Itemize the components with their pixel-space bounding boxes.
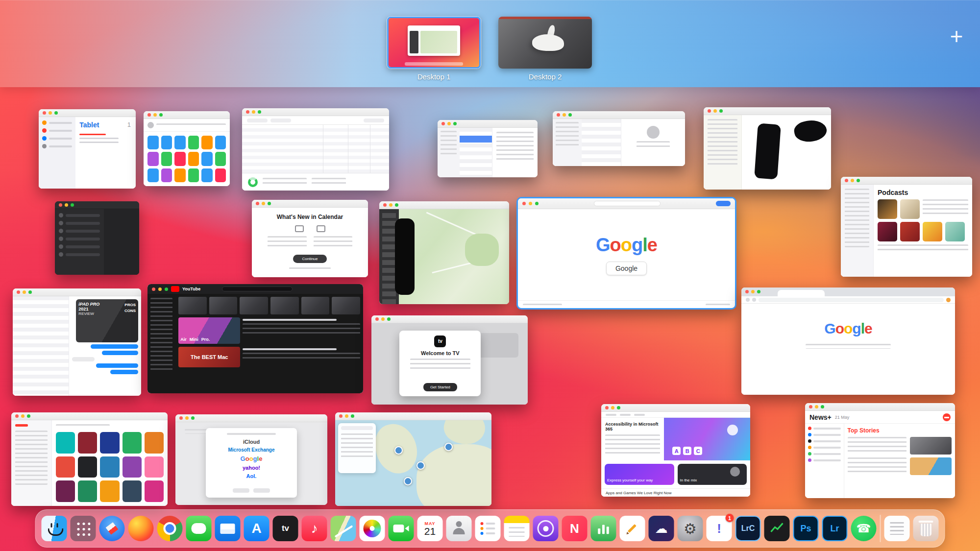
continue-button[interactable] xyxy=(253,488,270,493)
minimize-icon xyxy=(21,414,24,418)
mail-body xyxy=(553,119,685,166)
calendar-month: MAY xyxy=(424,521,435,526)
window-add-account[interactable]: iCloud Microsoft Exchange Google yahoo! … xyxy=(175,414,327,505)
youtube-header: YouTube xyxy=(147,284,363,294)
dock-icon-contacts[interactable] xyxy=(446,516,472,541)
category-tile xyxy=(122,456,142,478)
dock-icon-chrome[interactable] xyxy=(157,516,183,541)
dock-icon-trash[interactable] xyxy=(913,516,939,541)
card-in-the-mix[interactable]: In the mix xyxy=(678,464,747,485)
provider-yahoo[interactable]: yahoo! xyxy=(243,465,260,471)
window-maps-europe[interactable] xyxy=(335,412,491,506)
dock-icon-app-store[interactable]: A xyxy=(244,516,270,541)
suggested-row xyxy=(178,297,360,314)
zoom-icon xyxy=(27,414,30,418)
window-youtube[interactable]: YouTube Air Mini Pro. xyxy=(147,284,363,393)
dock-icon-maps[interactable] xyxy=(331,516,356,541)
note-list-lines xyxy=(708,119,737,166)
zoom-icon xyxy=(159,113,163,117)
dock-icon-messages[interactable] xyxy=(186,516,212,541)
dock-icon-firefox[interactable] xyxy=(128,516,154,541)
dock-icon-finder[interactable] xyxy=(42,516,67,541)
desktop-1-maps-window xyxy=(408,25,460,56)
cancel-button[interactable] xyxy=(233,488,249,493)
dock-icon-podcasts[interactable] xyxy=(533,516,559,541)
dock-icon-mail[interactable] xyxy=(215,516,241,541)
window-maps-detail[interactable] xyxy=(379,201,509,304)
google-search-suggestion[interactable]: Google xyxy=(606,262,647,275)
window-reminders[interactable]: Tablet 1 xyxy=(39,109,136,189)
toolbar xyxy=(242,116,389,125)
dock-icon-notes[interactable] xyxy=(504,516,530,541)
window-microsoft-365[interactable]: Accessibility in Microsoft 365 A B C Exp… xyxy=(601,404,750,497)
card-express-yourself[interactable]: Express yourself your way xyxy=(605,464,674,485)
dock-icon-music[interactable]: ♪ xyxy=(302,516,327,541)
search-suggestions xyxy=(806,344,891,349)
window-messages-media[interactable]: iPAD PRO 2021 REVIEW PROS CONS xyxy=(13,288,141,396)
dock-icon-reminders[interactable] xyxy=(475,516,501,541)
list-label-line xyxy=(49,122,72,124)
continue-button[interactable]: Continue xyxy=(293,255,326,263)
dock-icon-tv[interactable]: tv xyxy=(273,516,298,541)
article[interactable] xyxy=(848,437,952,455)
article[interactable] xyxy=(848,457,952,475)
dock-icon-safari[interactable] xyxy=(99,516,125,541)
window-podcasts[interactable]: Podcasts xyxy=(841,177,972,277)
dock-icon-photos[interactable] xyxy=(360,516,385,541)
browser-tab[interactable] xyxy=(778,290,825,296)
get-started-button[interactable]: Get Started xyxy=(423,383,457,391)
dock-icon-stocks[interactable] xyxy=(764,516,790,541)
window-mail-contact[interactable] xyxy=(553,111,685,166)
dock-icon-pages[interactable] xyxy=(620,516,645,541)
dock-icon-system-preferences[interactable]: ⚙ xyxy=(678,516,703,541)
dock-icon-photoshop[interactable]: Ps xyxy=(793,516,819,541)
dock-icon-launchpad[interactable] xyxy=(71,516,96,541)
add-desktop-button[interactable]: + xyxy=(944,24,969,49)
dock-icon-lightroom-classic[interactable]: LrC xyxy=(735,516,761,541)
desktop-1-thumbnail[interactable] xyxy=(387,17,481,69)
whats-new-title: What's New in Calendar xyxy=(277,214,343,220)
provider-google[interactable]: Google xyxy=(241,455,263,462)
category-tile xyxy=(56,432,75,454)
window-news-categories[interactable] xyxy=(11,412,168,506)
list-item xyxy=(42,144,72,148)
dialog-title-line xyxy=(227,433,276,435)
window-safari-google[interactable]: Google Google xyxy=(516,197,736,310)
mini-dock xyxy=(405,62,463,66)
notification-badge: 1 xyxy=(726,514,734,522)
window-calendar-whats-new[interactable]: What's New in Calendar Continue xyxy=(252,200,368,277)
reminders-body: Tablet 1 xyxy=(39,117,136,189)
safari-page: Google Google xyxy=(518,209,735,300)
podcast-artwork xyxy=(900,222,920,241)
window-notes[interactable] xyxy=(704,107,831,190)
dock-icon-feedback-assistant[interactable]: ! 1 xyxy=(707,516,732,541)
window-chrome-google[interactable]: Google xyxy=(741,287,955,395)
minimize-icon xyxy=(345,414,348,418)
dock-icon-lightroom[interactable]: Lr xyxy=(822,516,848,541)
dock-icon-creative-cloud[interactable]: ☁ xyxy=(649,516,674,541)
result-lines xyxy=(341,433,373,460)
cons-label: CONS xyxy=(124,308,136,314)
provider-exchange[interactable]: Microsoft Exchange xyxy=(228,447,274,453)
window-finder-list[interactable] xyxy=(242,108,389,191)
dock-icon-facetime[interactable] xyxy=(389,516,414,541)
dock-icon-whatsapp[interactable]: ☎ xyxy=(851,516,877,541)
window-app-store[interactable] xyxy=(144,111,230,186)
channel-dot xyxy=(808,433,811,436)
stock-chart-icon xyxy=(769,521,785,536)
provider-aol[interactable]: Aol. xyxy=(246,473,257,479)
window-messages-dark[interactable] xyxy=(55,201,139,275)
dock-icon-numbers[interactable] xyxy=(591,516,616,541)
minimize-icon xyxy=(851,179,854,182)
dock-icon-document[interactable] xyxy=(884,516,910,541)
logo-letter: o xyxy=(610,235,621,255)
window-news-plus[interactable]: News+ 21 May Top Stories xyxy=(805,403,955,498)
dock-icon-news[interactable]: N xyxy=(562,516,588,541)
provider-icloud[interactable]: iCloud xyxy=(243,439,260,445)
window-mail-small[interactable] xyxy=(438,120,538,177)
dock-icon-calendar[interactable]: MAY 21 xyxy=(417,516,443,541)
received-bubble xyxy=(72,357,95,361)
window-tv-welcome[interactable]: tv Welcome to TV Get Started xyxy=(371,315,528,405)
list-body xyxy=(242,116,389,191)
desktop-2-thumbnail[interactable] xyxy=(498,17,592,69)
